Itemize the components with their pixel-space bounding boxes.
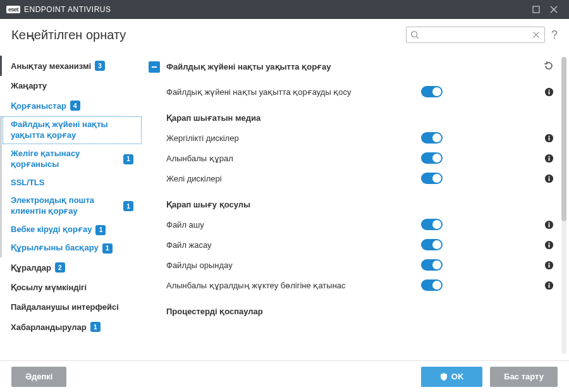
svg-rect-5 (548, 91, 549, 94)
toggle-file-create[interactable] (421, 239, 443, 250)
sidebar-item-ui[interactable]: Пайдаланушы интерфейсі (0, 297, 142, 317)
brand-badge: eset (6, 6, 20, 13)
info-icon[interactable] (544, 133, 554, 143)
row-label: Файл жасау (166, 240, 421, 250)
row-file-open: Файл ашу (149, 214, 554, 235)
row-removable-media: Алынбалы құрал (149, 148, 554, 168)
scrollbar[interactable] (561, 57, 566, 354)
collapse-icon[interactable] (149, 61, 160, 73)
svg-rect-14 (548, 178, 549, 181)
svg-rect-11 (548, 157, 549, 161)
info-icon[interactable] (544, 280, 554, 290)
sidebar-item-label: Құрылғыны басқару (11, 243, 99, 254)
sidebar-item-tools[interactable]: Құралдар 2 (0, 257, 142, 278)
svg-rect-26 (548, 285, 549, 288)
sidebar-badge: 4 (70, 101, 80, 111)
ok-label: OK (451, 372, 464, 381)
sidebar-badge: 1 (90, 322, 101, 332)
window-maximize-button[interactable] (527, 0, 545, 19)
svg-rect-9 (548, 135, 549, 137)
help-button[interactable]: ? (551, 28, 558, 42)
group-media-title: Қарап шығатын медиа (149, 102, 554, 128)
sidebar-badge: 2 (55, 262, 65, 273)
svg-rect-15 (548, 176, 549, 177)
sidebar-sub-ssl[interactable]: SSL/TLS (2, 174, 142, 192)
sidebar-badge: 1 (95, 225, 106, 235)
svg-rect-27 (548, 283, 549, 284)
header: Кеңейтілген орнату ? (0, 19, 569, 51)
sidebar-item-label: Файлдық жүйені нақты уақытта қорғау (11, 119, 133, 141)
toggle-local-drives[interactable] (421, 132, 443, 144)
toggle-removable-boot[interactable] (421, 279, 443, 291)
group-proc-title: Процестерді қоспаулар (149, 295, 554, 321)
sidebar-badge: 1 (102, 243, 113, 254)
info-icon[interactable] (544, 219, 554, 230)
row-label: Файлды орындау (166, 260, 421, 270)
search-icon (410, 30, 419, 39)
section-title: Файлдық жүйені нақты уақытта қорғау (166, 62, 537, 71)
sidebar-item-label: Қорғаныстар (11, 101, 66, 111)
row-label: Жергілікті дискілер (166, 133, 421, 143)
toggle-removable-media[interactable] (421, 152, 443, 164)
clear-search-icon[interactable] (532, 30, 541, 39)
default-button[interactable]: Әдепкі (11, 367, 66, 387)
titlebar: eset ENDPOINT ANTIVIRUS (0, 0, 569, 19)
row-label: Файл ашу (166, 220, 421, 230)
sidebar-sub-email[interactable]: Электрондық пошта клиентін қорғау 1 (2, 192, 142, 221)
ok-button[interactable]: OK (421, 367, 483, 387)
sidebar-sub-web[interactable]: Вебке кіруді қорғау 1 (2, 221, 142, 239)
sidebar-item-update[interactable]: Жаңарту (0, 76, 142, 95)
svg-rect-20 (548, 244, 549, 247)
window-close-button[interactable] (545, 0, 563, 19)
toggle-file-execute[interactable] (421, 259, 443, 271)
svg-rect-0 (533, 6, 539, 13)
app-brand: eset ENDPOINT ANTIVIRUS (6, 5, 111, 14)
sidebar-item-notifications[interactable]: Хабарландырулар 1 (0, 317, 142, 337)
sidebar-badge: 3 (95, 61, 105, 71)
sidebar-item-detection[interactable]: Анықтау механизмі 3 (0, 56, 142, 76)
sidebar-item-label: Пайдаланушы интерфейсі (11, 302, 119, 312)
info-icon[interactable] (544, 260, 554, 270)
svg-rect-21 (548, 242, 549, 243)
sidebar-item-label: Желіге қатынасу қорғанысы (11, 149, 119, 170)
svg-rect-23 (548, 264, 549, 267)
scrollbar-thumb[interactable] (561, 57, 566, 221)
product-name: ENDPOINT ANTIVIRUS (24, 5, 111, 14)
sidebar-item-connectivity[interactable]: Қосылу мүмкіндігі (0, 278, 142, 297)
footer: Әдепкі OK Бас тарту (0, 360, 569, 392)
search-input-wrap[interactable] (406, 27, 545, 43)
info-icon[interactable] (544, 240, 554, 250)
row-label: Алынбалы құрал (166, 154, 421, 163)
toggle-file-open[interactable] (421, 219, 443, 230)
svg-rect-3 (152, 66, 157, 68)
row-file-create: Файл жасау (149, 235, 554, 255)
sidebar-item-protections[interactable]: Қорғаныстар 4 (0, 95, 142, 116)
info-icon[interactable] (544, 153, 554, 163)
row-label: Алынбалы құралдың жүктеу бөлігіне қатына… (166, 281, 421, 290)
svg-rect-6 (548, 89, 549, 90)
info-icon[interactable] (544, 87, 554, 97)
sidebar-item-label: Электрондық пошта клиентін қорғау (11, 195, 119, 217)
sidebar-item-label: Құралдар (11, 263, 51, 273)
page-title: Кеңейтілген орнату (11, 27, 406, 42)
toggle-enable-realtime[interactable] (421, 86, 443, 97)
sidebar-badge: 1 (123, 201, 133, 211)
sidebar-sub-device[interactable]: Құрылғыны басқару 1 (2, 239, 142, 257)
svg-rect-18 (548, 222, 549, 223)
svg-rect-8 (548, 137, 549, 140)
row-label: Файлдық жүйені нақты уақытта қорғауды қо… (166, 87, 421, 97)
sidebar-sub-network[interactable]: Желіге қатынасу қорғанысы 1 (2, 145, 142, 174)
row-local-drives: Жергілікті дискілер (149, 128, 554, 148)
info-icon[interactable] (544, 173, 554, 183)
search-input[interactable] (419, 30, 532, 39)
sidebar-item-label: SSL/TLS (11, 178, 44, 188)
row-removable-boot: Алынбалы құралдың жүктеу бөлігіне қатына… (149, 275, 554, 295)
sidebar-item-label: Хабарландырулар (11, 322, 87, 332)
sidebar-sub-realtime[interactable]: Файлдық жүйені нақты уақытта қорғау (2, 116, 142, 145)
svg-rect-24 (548, 262, 549, 264)
toggle-network-drives[interactable] (421, 173, 443, 184)
row-enable-realtime: Файлдық жүйені нақты уақытта қорғауды қо… (149, 82, 554, 102)
row-file-execute: Файлды орындау (149, 255, 554, 275)
revert-icon[interactable] (544, 61, 554, 73)
cancel-button[interactable]: Бас тарту (490, 367, 558, 387)
